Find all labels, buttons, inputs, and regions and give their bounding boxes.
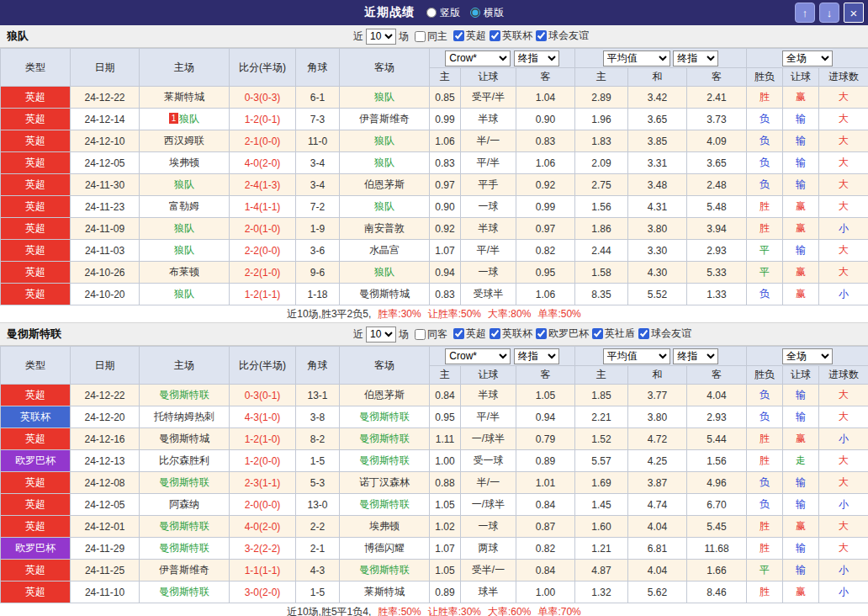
handicap-away-odds: 0.82 xyxy=(516,240,575,262)
avg-draw-odds: 4.31 xyxy=(628,196,687,218)
corner-score: 13-1 xyxy=(296,385,340,406)
competition-checkbox[interactable] xyxy=(453,30,464,41)
competition-checkbox[interactable] xyxy=(490,30,500,41)
match-row: 英超24-10-26布莱顿2-2(1-0)9-6狼队0.94一球0.951.58… xyxy=(1,262,868,284)
competition-checkbox[interactable] xyxy=(592,328,603,339)
result-wdl: 负 xyxy=(747,472,783,494)
avg-home-odds: 2.09 xyxy=(575,152,628,174)
avg-away-odds: 6.70 xyxy=(687,494,747,516)
average-select[interactable]: 平均值 xyxy=(603,348,670,364)
avg-home-odds: 1.21 xyxy=(575,538,628,560)
result-wdl: 负 xyxy=(747,130,783,152)
corner-score: 2-1 xyxy=(296,538,340,560)
scope-select[interactable]: 全场 xyxy=(782,348,833,364)
match-date: 24-12-10 xyxy=(71,130,140,152)
near-label: 近 xyxy=(353,29,363,44)
same-venue-checkbox[interactable] xyxy=(415,329,426,340)
match-score: 1-2(1-1) xyxy=(230,284,296,305)
handicap-line: 平手 xyxy=(461,174,516,196)
avg-away-odds: 2.93 xyxy=(687,406,747,428)
home-team: 狼队 xyxy=(140,174,230,196)
competition-filter[interactable]: 球会友谊 xyxy=(638,327,691,341)
competition-filter[interactable]: 英联杯 xyxy=(490,29,532,43)
result-goals: 大 xyxy=(819,174,868,196)
match-date: 24-11-25 xyxy=(71,560,140,581)
recent-count-select[interactable]: 10 xyxy=(366,29,396,45)
odd-rate: 单率:70% xyxy=(537,605,580,616)
close-button[interactable]: × xyxy=(844,3,864,23)
competition-filter[interactable]: 英联杯 xyxy=(490,327,532,341)
avg-home-odds: 8.35 xyxy=(575,284,628,305)
same-venue-filter[interactable]: 同主 xyxy=(415,29,447,44)
league-tag: 英超 xyxy=(1,581,71,603)
competition-checkbox[interactable] xyxy=(536,30,547,41)
result-goals: 大 xyxy=(819,87,868,109)
radio-horizontal-input[interactable] xyxy=(470,8,480,18)
avg-away-odds: 3.65 xyxy=(687,152,747,174)
match-row: 英超24-12-16曼彻斯特城1-2(1-0)8-2曼彻斯特联1.11一/球半0… xyxy=(1,428,868,450)
radio-horizontal-label: 横版 xyxy=(484,6,504,20)
average-group: 平均值 终指 xyxy=(575,49,747,68)
scroll-up-button[interactable]: ↑ xyxy=(795,3,815,23)
competition-filters: 英超英联杯球会友谊 xyxy=(450,29,589,44)
competition-label: 英超 xyxy=(466,29,486,43)
competition-filter[interactable]: 球会友谊 xyxy=(536,29,589,43)
bookmaker-select[interactable]: Crow* xyxy=(445,50,511,66)
radio-vertical-input[interactable] xyxy=(426,8,437,18)
competition-filter[interactable]: 英社盾 xyxy=(592,327,635,341)
team-name: 曼彻斯特联 xyxy=(7,327,61,342)
scroll-down-button[interactable]: ↓ xyxy=(819,3,839,23)
handicap-line: 一/球半 xyxy=(461,494,516,516)
recent-count-select[interactable]: 10 xyxy=(366,327,396,343)
away-team: 狼队 xyxy=(340,196,430,218)
final-odds-select[interactable]: 终指 xyxy=(514,50,559,66)
scope-group: 全场 xyxy=(747,49,868,68)
home-team: 狼队 xyxy=(140,218,230,240)
competition-checkbox[interactable] xyxy=(490,328,500,339)
competition-checkbox[interactable] xyxy=(638,328,649,339)
same-venue-filter[interactable]: 同客 xyxy=(415,327,447,342)
bookmaker-select[interactable]: Crow* xyxy=(445,348,511,364)
result-wdl: 负 xyxy=(747,174,783,196)
result-wdl: 胜 xyxy=(747,450,783,472)
handicap-line: 球半 xyxy=(461,581,516,603)
result-goals: 大 xyxy=(819,152,868,174)
final-odds-select-2[interactable]: 终指 xyxy=(673,348,718,364)
competition-checkbox[interactable] xyxy=(453,328,464,339)
avg-away-odds: 1.33 xyxy=(687,284,747,305)
section-head: 曼彻斯特联 近 10 场 同客 英超英联杯欧罗巴杯英社盾球会友谊 xyxy=(0,323,868,346)
result-wdl: 胜 xyxy=(747,218,783,240)
competition-filter[interactable]: 欧罗巴杯 xyxy=(536,327,589,341)
match-row: 英联杯24-12-20托特纳姆热刺4-3(1-0)3-8曼彻斯特联0.95平/半… xyxy=(1,406,868,428)
competition-filter[interactable]: 英超 xyxy=(453,29,486,43)
competition-filters: 英超英联杯欧罗巴杯英社盾球会友谊 xyxy=(450,327,691,342)
home-team: 托特纳姆热刺 xyxy=(140,406,230,428)
league-tag: 英超 xyxy=(1,385,71,406)
up-arrow-icon: ↑ xyxy=(802,8,808,19)
handicap-away-odds: 0.92 xyxy=(516,174,575,196)
result-goals: 大 xyxy=(819,538,868,560)
result-handicap: 赢 xyxy=(783,262,819,284)
avg-away-odds: 5.45 xyxy=(687,516,747,538)
col-result-handicap: 让球 xyxy=(783,68,819,87)
corner-score: 1-18 xyxy=(296,284,340,305)
page-title: 近期战绩 xyxy=(364,5,415,20)
home-team: 阿森纳 xyxy=(140,494,230,516)
avg-away-odds: 5.48 xyxy=(687,196,747,218)
avg-home-odds: 2.89 xyxy=(575,87,628,109)
over-rate: 大率:60% xyxy=(488,605,531,616)
radio-vertical[interactable]: 竖版 xyxy=(426,6,460,20)
avg-home-odds: 1.83 xyxy=(575,130,628,152)
same-venue-checkbox[interactable] xyxy=(415,31,426,42)
final-odds-select-2[interactable]: 终指 xyxy=(673,50,718,66)
scope-select[interactable]: 全场 xyxy=(782,50,833,66)
final-odds-select[interactable]: 终指 xyxy=(514,348,559,364)
radio-horizontal[interactable]: 横版 xyxy=(470,6,504,20)
result-wdl: 胜 xyxy=(747,581,783,603)
away-team: 曼彻斯特联 xyxy=(340,560,430,581)
home-team: 埃弗顿 xyxy=(140,152,230,174)
competition-filter[interactable]: 英超 xyxy=(453,327,486,341)
average-select[interactable]: 平均值 xyxy=(603,50,670,66)
match-row: 欧罗巴杯24-12-13比尔森胜利1-2(0-0)1-5曼彻斯特联1.00受一球… xyxy=(1,450,868,472)
competition-checkbox[interactable] xyxy=(536,328,547,339)
